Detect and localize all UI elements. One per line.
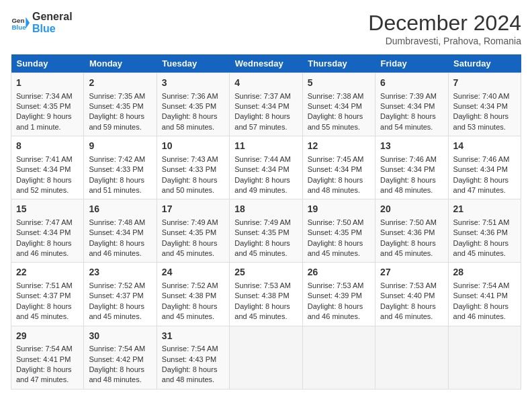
day-info-line: Sunset: 4:34 PM bbox=[89, 228, 151, 238]
day-info-line: Sunset: 4:39 PM bbox=[308, 291, 370, 301]
day-info-line: Sunset: 4:33 PM bbox=[89, 165, 151, 175]
day-number: 29 bbox=[16, 330, 79, 343]
calendar-cell: 20Sunrise: 7:50 AMSunset: 4:36 PMDayligh… bbox=[375, 199, 448, 263]
calendar-cell: 26Sunrise: 7:53 AMSunset: 4:39 PMDayligh… bbox=[302, 263, 375, 326]
day-info-line: Sunset: 4:41 PM bbox=[16, 355, 79, 365]
day-info-line: and 53 minutes. bbox=[453, 122, 516, 132]
title-block: December 2024 Dumbravesti, Prahova, Roma… bbox=[368, 11, 521, 46]
day-info-line: and 48 minutes. bbox=[380, 185, 443, 195]
day-info-line: Daylight: 8 hours bbox=[453, 111, 516, 122]
calendar-cell bbox=[448, 326, 521, 389]
calendar-cell: 1Sunrise: 7:34 AMSunset: 4:35 PMDaylight… bbox=[11, 73, 84, 136]
svg-text:Blue: Blue bbox=[11, 23, 26, 30]
day-info-line: Daylight: 8 hours bbox=[89, 365, 151, 375]
day-info-line: and 48 minutes. bbox=[308, 185, 370, 195]
day-info-line: Sunset: 4:34 PM bbox=[234, 101, 297, 111]
day-info-line: Sunset: 4:42 PM bbox=[89, 355, 151, 365]
day-info-line: and 52 minutes. bbox=[16, 185, 79, 195]
day-info-line: Daylight: 8 hours bbox=[453, 238, 516, 248]
day-info-line: and 59 minutes. bbox=[89, 122, 151, 132]
day-info-line: Sunrise: 7:54 AM bbox=[453, 281, 516, 291]
weekday-header-monday: Monday bbox=[84, 54, 157, 73]
day-info-line: Sunset: 4:34 PM bbox=[453, 101, 516, 111]
day-info-line: and 45 minutes. bbox=[89, 312, 151, 322]
day-number: 26 bbox=[308, 266, 370, 279]
day-number: 30 bbox=[89, 330, 151, 343]
day-info-line: Daylight: 8 hours bbox=[453, 175, 516, 185]
calendar-cell: 17Sunrise: 7:49 AMSunset: 4:35 PMDayligh… bbox=[157, 199, 229, 263]
calendar-cell: 31Sunrise: 7:54 AMSunset: 4:43 PMDayligh… bbox=[157, 326, 229, 389]
day-info-line: Daylight: 9 hours bbox=[16, 111, 79, 122]
calendar-cell: 28Sunrise: 7:54 AMSunset: 4:41 PMDayligh… bbox=[448, 263, 521, 326]
day-info-line: Sunset: 4:40 PM bbox=[380, 291, 443, 301]
day-info-line: Daylight: 8 hours bbox=[89, 111, 151, 122]
day-number: 14 bbox=[453, 140, 516, 153]
day-number: 9 bbox=[89, 140, 151, 153]
day-info-line: Daylight: 8 hours bbox=[162, 302, 224, 312]
logo: Gen Blue General Blue bbox=[11, 11, 73, 34]
day-info-line: and 47 minutes. bbox=[453, 185, 516, 195]
day-info-line: and 48 minutes. bbox=[162, 375, 224, 385]
day-info-line: Sunrise: 7:36 AM bbox=[162, 91, 224, 101]
day-info-line: Sunrise: 7:35 AM bbox=[89, 91, 151, 101]
day-info-line: Sunrise: 7:46 AM bbox=[453, 154, 516, 165]
day-info-line: Sunrise: 7:53 AM bbox=[234, 281, 297, 291]
calendar-table: SundayMondayTuesdayWednesdayThursdayFrid… bbox=[11, 54, 521, 390]
day-info-line: Daylight: 8 hours bbox=[16, 175, 79, 185]
calendar-cell: 27Sunrise: 7:53 AMSunset: 4:40 PMDayligh… bbox=[375, 263, 448, 326]
day-info-line: and 49 minutes. bbox=[234, 185, 297, 195]
day-number: 7 bbox=[453, 77, 516, 90]
calendar-week-4: 22Sunrise: 7:51 AMSunset: 4:37 PMDayligh… bbox=[11, 263, 521, 326]
calendar-cell: 25Sunrise: 7:53 AMSunset: 4:38 PMDayligh… bbox=[230, 263, 302, 326]
day-info-line: Sunrise: 7:39 AM bbox=[380, 91, 443, 101]
logo-line2: Blue bbox=[32, 23, 73, 35]
day-number: 28 bbox=[453, 266, 516, 279]
day-info-line: Sunrise: 7:54 AM bbox=[162, 344, 224, 354]
day-info-line: Daylight: 8 hours bbox=[380, 238, 443, 248]
day-number: 12 bbox=[308, 140, 370, 153]
weekday-header-sunday: Sunday bbox=[11, 54, 84, 73]
calendar-cell: 6Sunrise: 7:39 AMSunset: 4:34 PMDaylight… bbox=[375, 73, 448, 136]
calendar-week-5: 29Sunrise: 7:54 AMSunset: 4:41 PMDayligh… bbox=[11, 326, 521, 389]
calendar-cell: 23Sunrise: 7:52 AMSunset: 4:37 PMDayligh… bbox=[84, 263, 157, 326]
day-info-line: Daylight: 8 hours bbox=[162, 111, 224, 122]
day-info-line: Daylight: 8 hours bbox=[16, 302, 79, 312]
calendar-cell: 11Sunrise: 7:44 AMSunset: 4:34 PMDayligh… bbox=[230, 136, 302, 199]
day-number: 4 bbox=[234, 77, 297, 90]
day-number: 20 bbox=[380, 203, 443, 216]
day-info-line: Sunrise: 7:41 AM bbox=[16, 154, 79, 165]
day-info-line: Sunrise: 7:53 AM bbox=[308, 281, 370, 291]
calendar-cell: 29Sunrise: 7:54 AMSunset: 4:41 PMDayligh… bbox=[11, 326, 84, 389]
day-info-line: Sunset: 4:34 PM bbox=[308, 101, 370, 111]
day-info-line: Sunset: 4:34 PM bbox=[16, 165, 79, 175]
day-info-line: Sunset: 4:41 PM bbox=[453, 291, 516, 301]
day-info-line: and 45 minutes. bbox=[308, 248, 370, 259]
calendar-cell: 3Sunrise: 7:36 AMSunset: 4:35 PMDaylight… bbox=[157, 73, 229, 136]
day-number: 8 bbox=[16, 140, 79, 153]
calendar-week-2: 8Sunrise: 7:41 AMSunset: 4:34 PMDaylight… bbox=[11, 136, 521, 199]
day-number: 23 bbox=[89, 266, 151, 279]
weekday-header-wednesday: Wednesday bbox=[230, 54, 302, 73]
day-info-line: Sunrise: 7:47 AM bbox=[16, 218, 79, 228]
day-number: 22 bbox=[16, 266, 79, 279]
day-info-line: Daylight: 8 hours bbox=[380, 111, 443, 122]
day-info-line: Sunrise: 7:50 AM bbox=[308, 218, 370, 228]
calendar-cell: 8Sunrise: 7:41 AMSunset: 4:34 PMDaylight… bbox=[11, 136, 84, 199]
day-info-line: and 57 minutes. bbox=[234, 122, 297, 132]
calendar-cell: 13Sunrise: 7:46 AMSunset: 4:34 PMDayligh… bbox=[375, 136, 448, 199]
day-info-line: Daylight: 8 hours bbox=[380, 175, 443, 185]
day-info-line: Daylight: 8 hours bbox=[308, 111, 370, 122]
calendar-cell: 5Sunrise: 7:38 AMSunset: 4:34 PMDaylight… bbox=[302, 73, 375, 136]
day-info-line: Sunrise: 7:50 AM bbox=[380, 218, 443, 228]
day-info-line: and 45 minutes. bbox=[234, 248, 297, 259]
day-info-line: Sunset: 4:37 PM bbox=[89, 291, 151, 301]
day-info-line: Sunrise: 7:45 AM bbox=[308, 154, 370, 165]
day-info-line: Daylight: 8 hours bbox=[16, 238, 79, 248]
day-info-line: and 45 minutes. bbox=[162, 312, 224, 322]
calendar-cell: 24Sunrise: 7:52 AMSunset: 4:38 PMDayligh… bbox=[157, 263, 229, 326]
page-header: Gen Blue General Blue December 2024 Dumb… bbox=[11, 11, 521, 46]
day-number: 27 bbox=[380, 266, 443, 279]
calendar-cell: 22Sunrise: 7:51 AMSunset: 4:37 PMDayligh… bbox=[11, 263, 84, 326]
day-info-line: and 1 minute. bbox=[16, 122, 79, 132]
day-info-line: Daylight: 8 hours bbox=[162, 175, 224, 185]
